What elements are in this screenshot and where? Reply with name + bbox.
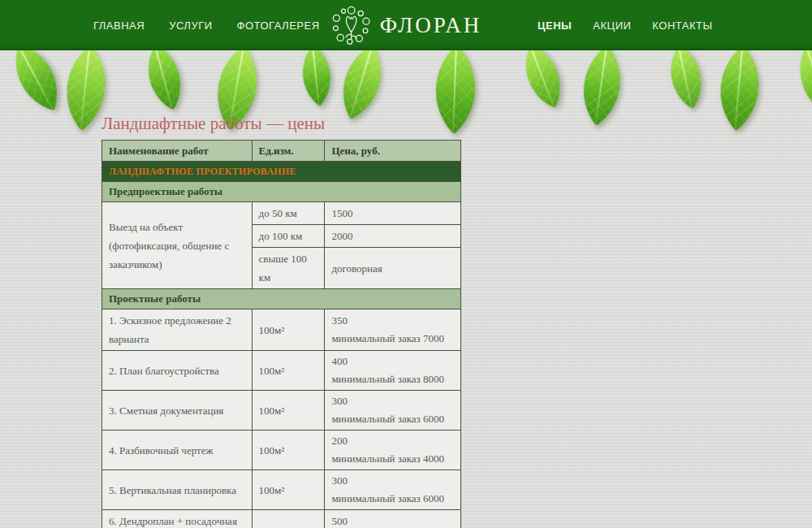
table-cell: 6. Дендроплан + посадочная ведомость (102, 510, 253, 528)
subsection-label: Проектные работы (102, 289, 461, 309)
cell-line: 500 (331, 513, 454, 528)
price-table: Наименование работЕд.изм.Цена, руб. ЛАНД… (102, 140, 461, 528)
cell-line: 200 (331, 432, 454, 450)
table-cell: до 50 км (252, 202, 325, 225)
header: ГЛАВНАЯУСЛУГИФОТОГАЛЕРЕЯ ФЛОРАН ЦЕНЫАКЦИ… (0, 0, 812, 50)
cell-line: 350 (331, 312, 454, 330)
table-cell: 5. Вертикальная планировка (102, 470, 253, 510)
section-label: ЛАНДШАФТНОЕ ПРОЕКТИРОВАНИЕ (102, 162, 461, 182)
price-table-body: ЛАНДШАФТНОЕ ПРОЕКТИРОВАНИЕПредпроектные … (102, 162, 461, 528)
cell-line: минимальный заказ 8000 (331, 370, 454, 388)
floral-emblem-icon (330, 4, 373, 46)
content: Ландшафтные работы — цены Наименование р… (102, 114, 463, 528)
nav-item-services[interactable]: УСЛУГИ (169, 19, 212, 32)
table-cell: договорная (325, 248, 461, 289)
cell-line: минимальный заказ 6000 (331, 490, 454, 508)
table-cell: 100м² (252, 309, 325, 351)
table-row: 4. Разбивочный чертеж100м²200минимальный… (102, 431, 461, 470)
table-cell: 400минимальный заказ 8000 (325, 351, 461, 391)
page-title: Ландшафтные работы — цены (102, 114, 463, 134)
column-header: Наименование работ (102, 141, 253, 162)
nav-item-home[interactable]: ГЛАВНАЯ (93, 19, 145, 32)
table-cell: 300минимальный заказ 6000 (325, 391, 461, 431)
cell-line: 400 (331, 353, 454, 370)
table-cell: 4. Разбивочный чертеж (102, 431, 253, 470)
column-header: Ед.изм. (252, 141, 325, 162)
table-row: 3. Сметная документация100м²300минимальн… (102, 391, 461, 431)
nav-left: ГЛАВНАЯУСЛУГИФОТОГАЛЕРЕЯ (93, 0, 320, 50)
table-cell: Выезд на объект (фотофиксация, общение с… (102, 202, 253, 289)
cell-line: минимальный заказ 7000 (331, 330, 454, 348)
nav-item-promotions[interactable]: АКЦИИ (593, 19, 631, 32)
table-cell: 1. Эскизное предложение 2 варианта (102, 309, 253, 351)
subsection-row: Предпроектные работы (102, 182, 461, 202)
table-cell: свыше 100 км (252, 248, 325, 289)
brand[interactable]: ФЛОРАН (330, 4, 482, 46)
price-table-head: Наименование работЕд.изм.Цена, руб. (102, 141, 461, 162)
table-row: 5. Вертикальная планировка100м²300минима… (102, 470, 461, 510)
cell-line: 300 (331, 392, 454, 410)
subsection-label: Предпроектные работы (102, 182, 461, 202)
table-row: 1. Эскизное предложение 2 варианта100м²3… (102, 309, 461, 351)
subsection-row: Проектные работы (102, 289, 461, 309)
table-cell: 100м² (252, 431, 325, 470)
cell-line: минимальный заказ 6000 (331, 410, 454, 428)
nav-item-prices[interactable]: ЦЕНЫ (538, 19, 572, 32)
column-header: Цена, руб. (325, 141, 461, 162)
brand-name: ФЛОРАН (380, 13, 482, 38)
table-cell: 300минимальный заказ 6000 (325, 470, 461, 510)
table-cell: 3. Сметная документация (102, 391, 253, 431)
table-cell: 2000 (325, 225, 461, 248)
nav-right: ЦЕНЫАКЦИИКОНТАКТЫ (538, 0, 713, 50)
nav-item-photogallery[interactable]: ФОТОГАЛЕРЕЯ (237, 19, 320, 32)
table-cell: 100м² (252, 351, 325, 391)
table-row: 2. План благоустройства100м²400минимальн… (102, 351, 461, 391)
leaf-icon (693, 41, 786, 134)
table-cell: 200минимальный заказ 4000 (325, 431, 461, 470)
table-row: Выезд на объект (фотофиксация, общение с… (102, 202, 461, 225)
column-header-row: Наименование работЕд.изм.Цена, руб. (102, 141, 461, 162)
table-cell: 1500 (325, 202, 461, 225)
cell-line: 300 (331, 472, 454, 490)
table-cell: 2. План благоустройства (102, 351, 253, 391)
table-cell: до 100 км (252, 225, 325, 248)
nav-item-contacts[interactable]: КОНТАКТЫ (652, 19, 712, 32)
leaf-icon (283, 41, 351, 110)
table-cell: 100м² (252, 470, 325, 510)
table-cell: 100м² (252, 391, 325, 431)
leaf-icon (556, 39, 648, 131)
section-row: ЛАНДШАФТНОЕ ПРОЕКТИРОВАНИЕ (102, 162, 461, 182)
table-cell: 350минимальный заказ 7000 (325, 309, 461, 351)
table-cell: 100м² (252, 510, 325, 528)
table-row: 6. Дендроплан + посадочная ведомость100м… (102, 510, 461, 528)
table-cell: 500минимальный заказ 10000 (325, 510, 461, 528)
cell-line: минимальный заказ 4000 (331, 450, 454, 468)
